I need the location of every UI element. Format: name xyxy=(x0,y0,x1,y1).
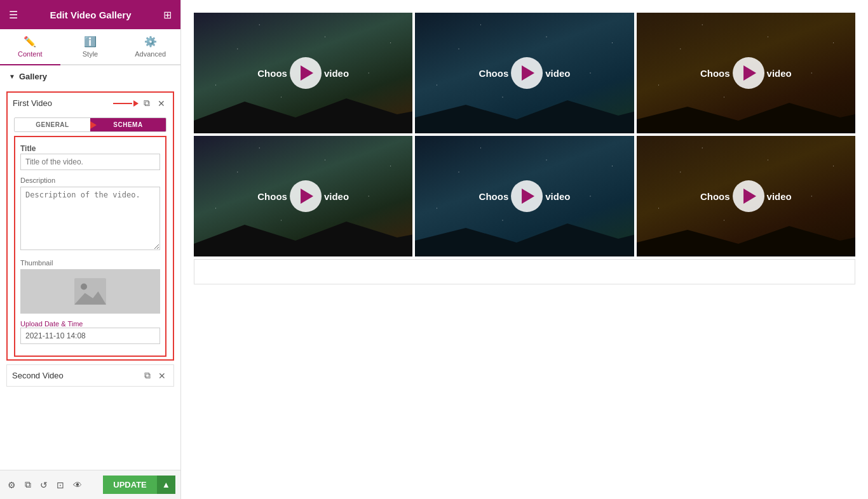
tab-style-label: Style xyxy=(83,50,98,58)
second-close-button[interactable]: ✕ xyxy=(156,369,168,382)
play-button-2-2[interactable] xyxy=(511,180,543,212)
gallery-title[interactable]: ▼ Gallery xyxy=(9,72,172,81)
duplicate-button[interactable]: ⧉ xyxy=(141,96,153,110)
video-overlay-1-2: Choos video xyxy=(479,57,571,89)
play-button-1-1[interactable] xyxy=(290,57,322,89)
copy-icon-button[interactable]: ⊡ xyxy=(54,477,67,493)
video-overlay-1-3: Choos video xyxy=(700,57,792,89)
sub-tab-general[interactable]: GENERAL xyxy=(15,118,90,131)
close-button[interactable]: ✕ xyxy=(155,96,168,110)
video-overlay-2-3: Choos video xyxy=(700,180,792,212)
mountain-svg-2-3 xyxy=(637,218,855,256)
grid-icon[interactable]: ⊞ xyxy=(163,9,172,21)
history-icon-button[interactable]: ↺ xyxy=(37,477,50,493)
update-arrow-button[interactable]: ▲ xyxy=(157,476,175,494)
video-overlay-2-1: Choos video xyxy=(257,180,349,212)
video-grid-row-1: Choos video Choos video xyxy=(194,13,855,133)
title-group: Title xyxy=(20,142,160,170)
video-cell-1-2[interactable]: Choos video xyxy=(415,13,634,133)
arrow-head-icon xyxy=(133,100,139,107)
sidebar-header: ☰ Edit Video Gallery ⊞ xyxy=(0,0,180,29)
mountain-svg-2-1 xyxy=(194,218,412,256)
video-cell-2-3[interactable]: Choos video xyxy=(637,136,855,256)
video-label-left-1-1: Choos xyxy=(257,68,287,79)
eye-icon-button[interactable]: 👁 xyxy=(71,477,85,493)
first-video-item: First Video ⧉ ✕ GENERAL SCHEMA xyxy=(6,91,174,361)
tabs-bar: ✏️ Content ℹ️ Style ⚙️ Advanced xyxy=(0,29,180,65)
play-button-1-2[interactable] xyxy=(511,57,543,89)
thumbnail-box[interactable] xyxy=(20,269,160,314)
gallery-section: ▼ Gallery xyxy=(0,65,180,88)
thumbnail-label: Thumbnail xyxy=(20,259,160,267)
arrow-line xyxy=(113,103,132,104)
play-button-2-3[interactable] xyxy=(733,180,764,212)
tab-content-label: Content xyxy=(18,50,43,58)
play-button-2-1[interactable] xyxy=(290,180,322,212)
date-input[interactable] xyxy=(20,328,160,344)
play-triangle-1-2 xyxy=(522,65,534,81)
svg-marker-4 xyxy=(415,100,634,133)
description-textarea[interactable] xyxy=(20,187,160,250)
first-video-header[interactable]: First Video ⧉ ✕ xyxy=(8,93,173,114)
svg-marker-5 xyxy=(637,103,855,133)
image-placeholder-icon xyxy=(74,276,106,307)
video-cell-1-3[interactable]: Choos video xyxy=(637,13,855,133)
hamburger-icon[interactable]: ☰ xyxy=(9,9,18,21)
second-video-item: Second Video ⧉ ✕ xyxy=(6,364,174,387)
sidebar: ☰ Edit Video Gallery ⊞ ✏️ Content ℹ️ Sty… xyxy=(0,0,181,499)
tab-advanced-label: Advanced xyxy=(135,50,166,58)
mountain-svg-1-3 xyxy=(637,95,855,133)
sub-tab-general-label: GENERAL xyxy=(36,121,69,128)
svg-marker-7 xyxy=(415,223,634,256)
second-duplicate-button[interactable]: ⧉ xyxy=(142,369,153,382)
tab-advanced[interactable]: ⚙️ Advanced xyxy=(120,29,180,65)
update-button[interactable]: UPDATE xyxy=(103,476,156,494)
video-label-left-2-2: Choos xyxy=(479,191,509,202)
play-triangle-2-3 xyxy=(743,189,756,204)
first-video-label: First Video xyxy=(13,98,113,108)
second-video-label: Second Video xyxy=(12,371,142,380)
video-label-right-2-1: video xyxy=(324,191,349,202)
video-label-left-1-2: Choos xyxy=(479,68,509,79)
svg-marker-8 xyxy=(637,226,855,256)
toolbar-right: UPDATE ▲ xyxy=(103,476,175,494)
video-label-right-1-3: video xyxy=(767,68,792,79)
video-label-left-2-3: Choos xyxy=(700,191,730,202)
mountain-svg-2-2 xyxy=(415,218,634,256)
title-input[interactable] xyxy=(20,154,160,170)
collapse-icon: ▼ xyxy=(9,73,15,80)
video-cell-2-2[interactable]: Choos video xyxy=(415,136,634,256)
video-label-left-2-1: Choos xyxy=(257,191,287,202)
video-cell-1-1[interactable]: Choos video xyxy=(194,13,412,133)
mountain-svg-1-2 xyxy=(415,95,634,133)
date-group: Upload Date & Time xyxy=(20,320,160,344)
tab-content[interactable]: ✏️ Content xyxy=(0,29,60,65)
play-button-1-3[interactable] xyxy=(733,57,764,89)
description-label: Description xyxy=(20,176,160,184)
layers-icon-button[interactable]: ⧉ xyxy=(22,477,34,493)
arrow-indicator xyxy=(113,100,139,107)
settings-icon-button[interactable]: ⚙ xyxy=(5,477,18,493)
date-label: Upload Date & Time xyxy=(20,320,160,328)
title-section-label: Title xyxy=(20,144,36,153)
empty-row xyxy=(194,259,855,284)
tab-style[interactable]: ℹ️ Style xyxy=(60,29,121,65)
second-video-header[interactable]: Second Video ⧉ ✕ xyxy=(7,365,173,386)
schema-form: Title Description Thumbnail xyxy=(14,136,166,357)
main-content: Choos video Choos video xyxy=(181,0,868,499)
page-title: Edit Video Gallery xyxy=(50,10,131,20)
video-label-right-1-2: video xyxy=(545,68,570,79)
video-grid-row-2: Choos video Choos video xyxy=(194,136,855,256)
video-overlay-2-2: Choos video xyxy=(479,180,571,212)
style-icon: ℹ️ xyxy=(84,36,97,48)
video-label-right-1-1: video xyxy=(324,68,349,79)
play-triangle-2-1 xyxy=(301,189,313,204)
play-triangle-1-3 xyxy=(743,65,756,81)
sub-tab-schema[interactable]: SCHEMA xyxy=(90,118,166,131)
play-triangle-1-1 xyxy=(301,65,313,81)
mountain-svg-1-1 xyxy=(194,95,412,133)
thumbnail-group: Thumbnail xyxy=(20,259,160,314)
description-group: Description xyxy=(20,176,160,253)
first-video-actions: ⧉ ✕ xyxy=(141,96,168,110)
video-cell-2-1[interactable]: Choos video xyxy=(194,136,412,256)
